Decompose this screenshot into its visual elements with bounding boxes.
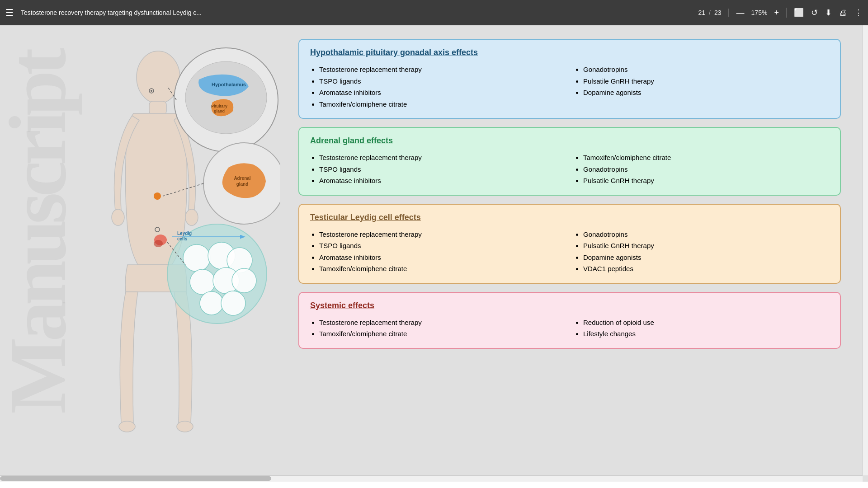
list-item: Pulsatile GnRH therapy xyxy=(583,240,829,252)
systemic-box: Systemic effects Testosterone replacemen… xyxy=(298,292,841,349)
list-item: TSPO ligands xyxy=(319,75,565,87)
svg-point-2 xyxy=(112,209,124,225)
svg-point-27 xyxy=(221,291,245,315)
list-item: VDAC1 peptides xyxy=(583,263,829,275)
list-item: Testosterone replacement therapy xyxy=(319,229,565,240)
hpg-list1: Testosterone replacement therapy TSPO li… xyxy=(310,64,565,110)
zoom-increase-button[interactable]: + xyxy=(774,9,779,17)
svg-text:Leydig: Leydig xyxy=(177,231,192,236)
page-area: Manuscript xyxy=(0,25,868,482)
list-item: TSPO ligands xyxy=(319,240,565,252)
list-item: Pulsatile GnRH therapy xyxy=(583,175,829,187)
hpg-title: Hypothalamic pituitary gonadal axis effe… xyxy=(310,48,829,57)
svg-point-17 xyxy=(154,192,161,200)
page-sep: / xyxy=(709,9,711,16)
systemic-columns: Testosterone replacement therapy Tamoxif… xyxy=(310,317,829,340)
main-content: Manuscript xyxy=(0,25,868,482)
adrenal-list2: Tamoxifen/clomiphene citrate Gonadotropi… xyxy=(574,152,829,187)
adrenal-columns: Testosterone replacement therapy TSPO li… xyxy=(310,152,829,187)
vertical-scrollbar[interactable] xyxy=(863,25,868,475)
adrenal-col1: Testosterone replacement therapy TSPO li… xyxy=(310,152,565,187)
list-item: Gonadotropins xyxy=(583,64,829,75)
leydig-list1: Testosterone replacement therapy TSPO li… xyxy=(310,229,565,275)
adrenal-box: Adrenal gland effects Testosterone repla… xyxy=(298,127,841,196)
toolbar-actions: ⬜ ↺ ⬇ 🖨 ⋮ xyxy=(786,8,863,18)
zoom-value: 175% xyxy=(748,9,770,16)
more-options-icon[interactable]: ⋮ xyxy=(854,8,863,18)
list-item: Pulsatile GnRH therapy xyxy=(583,75,829,87)
list-item: Gonadotropins xyxy=(583,164,829,175)
zoom-decrease-button[interactable]: — xyxy=(736,9,744,17)
page-navigation: 21 / 23 xyxy=(698,9,721,16)
page-current: 21 xyxy=(698,9,705,16)
svg-text:Hypothalamus: Hypothalamus xyxy=(212,82,246,87)
adrenal-title: Adrenal gland effects xyxy=(310,136,829,145)
svg-point-3 xyxy=(185,209,198,225)
zoom-controls: — 175% + xyxy=(728,9,779,17)
leydig-box: Testicular Leydig cell effects Testoster… xyxy=(298,204,841,284)
svg-point-4 xyxy=(119,421,135,432)
list-item: Lifestyle changes xyxy=(583,328,829,340)
systemic-list1: Testosterone replacement therapy Tamoxif… xyxy=(310,317,565,340)
leydig-title: Testicular Leydig cell effects xyxy=(310,213,829,222)
list-item: Tamoxifen/clomiphene citrate xyxy=(583,152,829,164)
list-item: Tamoxifen/clomiphene citrate xyxy=(319,263,565,275)
svg-text:Adrenal: Adrenal xyxy=(234,176,250,181)
list-item: TSPO ligands xyxy=(319,164,565,175)
svg-text:gland: gland xyxy=(236,182,249,187)
svg-point-25 xyxy=(232,268,256,293)
list-item: Testosterone replacement therapy xyxy=(319,317,565,328)
body-illustration: Hypothalamus Pituitary gland Adrenal gla… xyxy=(18,34,280,477)
systemic-col2: Reduction of opioid use Lifestyle change… xyxy=(574,317,829,340)
right-panel: Hypothalamic pituitary gonadal axis effe… xyxy=(289,34,841,473)
list-item: Tamoxifen/clomiphene citrate xyxy=(319,328,565,340)
svg-point-13 xyxy=(151,90,152,92)
hpg-box: Hypothalamic pituitary gonadal axis effe… xyxy=(298,39,841,119)
adrenal-list1: Testosterone replacement therapy TSPO li… xyxy=(310,152,565,187)
topbar: ☰ Testosterone recovery therapy targetin… xyxy=(0,0,868,25)
svg-point-20 xyxy=(183,244,210,272)
document-title: Testosterone recovery therapy targeting … xyxy=(21,9,691,16)
leydig-columns: Testosterone replacement therapy TSPO li… xyxy=(310,229,829,275)
list-item: Aromatase inhibitors xyxy=(319,252,565,263)
fit-page-icon[interactable]: ⬜ xyxy=(794,8,804,18)
history-icon[interactable]: ↺ xyxy=(811,8,818,18)
svg-rect-1 xyxy=(149,101,166,115)
print-icon[interactable]: 🖨 xyxy=(839,8,847,18)
svg-point-23 xyxy=(190,269,215,295)
page-total: 23 xyxy=(714,9,722,16)
list-item: Tamoxifen/clomiphene citrate xyxy=(319,99,565,110)
svg-point-30 xyxy=(154,240,163,247)
svg-point-7 xyxy=(185,61,267,134)
list-item: Gonadotropins xyxy=(583,229,829,240)
svg-text:Pituitary: Pituitary xyxy=(211,104,227,108)
systemic-col1: Testosterone replacement therapy Tamoxif… xyxy=(310,317,565,340)
download-icon[interactable]: ⬇ xyxy=(825,8,832,18)
list-item: Dopamine agonists xyxy=(583,252,829,263)
leydig-list2: Gonadotropins Pulsatile GnRH therapy Dop… xyxy=(574,229,829,275)
hpg-col2: Gonadotropins Pulsatile GnRH therapy Dop… xyxy=(574,64,829,110)
systemic-title: Systemic effects xyxy=(310,301,829,310)
list-item: Reduction of opioid use xyxy=(583,317,829,328)
list-item: Testosterone replacement therapy xyxy=(319,152,565,164)
list-item: Aromatase inhibitors xyxy=(319,175,565,187)
list-item: Testosterone replacement therapy xyxy=(319,64,565,75)
list-item: Dopamine agonists xyxy=(583,87,829,99)
svg-point-26 xyxy=(200,291,223,315)
hpg-columns: Testosterone replacement therapy TSPO li… xyxy=(310,64,829,110)
menu-icon[interactable]: ☰ xyxy=(5,7,14,18)
left-panel: Manuscript xyxy=(9,34,289,473)
svg-text:gland: gland xyxy=(214,109,225,113)
adrenal-col2: Tamoxifen/clomiphene citrate Gonadotropi… xyxy=(574,152,829,187)
svg-text:cells: cells xyxy=(177,236,188,241)
list-item: Aromatase inhibitors xyxy=(319,87,565,99)
svg-point-5 xyxy=(177,421,193,432)
hpg-list2: Gonadotropins Pulsatile GnRH therapy Dop… xyxy=(574,64,829,99)
leydig-col2: Gonadotropins Pulsatile GnRH therapy Dop… xyxy=(574,229,829,275)
leydig-col1: Testosterone replacement therapy TSPO li… xyxy=(310,229,565,275)
hpg-col1: Testosterone replacement therapy TSPO li… xyxy=(310,64,565,110)
systemic-list2: Reduction of opioid use Lifestyle change… xyxy=(574,317,829,340)
